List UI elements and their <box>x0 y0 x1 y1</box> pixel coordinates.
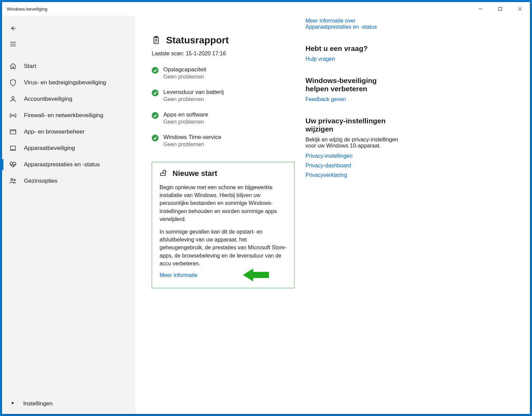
status-item-sub: Geen problemen <box>163 141 221 148</box>
shield-icon <box>9 79 17 87</box>
fresh-start-heading: Nieuwe start <box>173 169 217 178</box>
heart-icon <box>9 161 17 169</box>
family-icon <box>9 177 17 185</box>
svg-rect-22 <box>161 173 165 176</box>
fresh-start-p1: Begin opnieuw met een schone en bijgewer… <box>160 183 287 223</box>
window: Windows-beveiliging <box>2 2 530 414</box>
side-feedback-link[interactable]: Feedback geven <box>305 96 401 102</box>
status-item: Levensduur van batterijGeen problemen <box>152 89 295 102</box>
side-help-link[interactable]: Hulp vragen <box>305 56 401 62</box>
nav-item-home[interactable]: Start <box>2 58 135 74</box>
side-top-link[interactable]: Meer informatie over Apparaatprestaties … <box>305 18 401 30</box>
svg-point-8 <box>12 97 14 99</box>
home-icon <box>9 62 17 70</box>
nav-item-label: Apparaatprestaties en -status <box>24 161 100 168</box>
content: Statusrapport Laatste scan: 15-1-2020 17… <box>152 16 295 404</box>
window-title: Windows-beveiliging <box>7 6 47 12</box>
titlebar: Windows-beveiliging <box>2 2 530 16</box>
status-item: OpslagcapaciteitGeen problemen <box>152 66 295 80</box>
hamburger-icon <box>9 40 17 48</box>
side-privacy-heading: Uw privacy-instellingen wijzigen <box>305 117 401 133</box>
nav-settings[interactable]: Instellingen <box>2 393 135 414</box>
nav-settings-label: Instellingen <box>23 400 53 407</box>
status-item-sub: Geen problemen <box>163 96 224 102</box>
back-arrow-icon <box>9 24 17 32</box>
check-ok-icon <box>152 67 159 74</box>
side-privacy: Uw privacy-instellingen wijzigen Bekijk … <box>305 117 401 178</box>
fresh-start-box: Nieuwe start Begin opnieuw met een schon… <box>152 162 295 288</box>
nav-item-health[interactable]: Apparaatprestaties en -status <box>2 156 135 173</box>
side-feedback: Windows-beveiliging helpen verbeteren Fe… <box>305 77 401 102</box>
status-item-title: Opslagcapaciteit <box>163 66 206 73</box>
status-item-sub: Geen problemen <box>163 74 206 80</box>
nav-item-device[interactable]: Apparaatbeveiliging <box>2 140 135 156</box>
hamburger-button[interactable] <box>2 36 135 52</box>
check-ok-icon <box>152 89 159 96</box>
minimize-icon <box>478 7 482 11</box>
nav-item-firewall[interactable]: Firewall- en netwerkbeveiliging <box>2 107 135 124</box>
svg-rect-10 <box>10 130 16 134</box>
status-item-title: Windows Time-service <box>163 134 221 141</box>
nav-item-label: Accountbeveiliging <box>24 96 72 102</box>
fresh-start-more-link[interactable]: Meer informatie <box>160 272 197 278</box>
nav-item-label: Firewall- en netwerkbeveiliging <box>24 112 103 119</box>
svg-point-14 <box>11 179 13 181</box>
sidebar: StartVirus- en bedreigingsbeveiligingAcc… <box>2 16 135 414</box>
nav-item-account[interactable]: Accountbeveiliging <box>2 91 135 107</box>
back-button[interactable] <box>2 20 135 36</box>
check-ok-icon <box>152 135 159 141</box>
maximize-icon <box>498 7 502 11</box>
side-help: Hebt u een vraag? Hulp vragen <box>305 44 401 62</box>
antenna-icon <box>9 111 17 120</box>
close-icon <box>518 7 522 11</box>
clipboard-icon <box>152 36 161 45</box>
svg-point-15 <box>14 179 15 181</box>
laptop-icon <box>9 144 17 152</box>
privacy-link[interactable]: Privacyverklaring <box>305 172 401 178</box>
status-item-title: Apps en software <box>163 111 208 118</box>
nav-item-app[interactable]: App- en browserbeheer <box>2 124 135 140</box>
fresh-start-heading-row: Nieuwe start <box>160 168 287 179</box>
nav-item-family[interactable]: Gezinsopties <box>2 173 135 189</box>
side-privacy-desc: Bekijk en wijzig de privacy-instellingen… <box>305 137 401 149</box>
svg-marker-23 <box>243 268 269 281</box>
svg-rect-12 <box>11 146 16 150</box>
check-ok-icon <box>152 112 159 119</box>
minimize-button[interactable] <box>470 2 490 16</box>
body: StartVirus- en bedreigingsbeveiligingAcc… <box>2 16 530 414</box>
gear-icon <box>9 399 16 408</box>
nav-item-virus[interactable]: Virus- en bedreigingsbeveiliging <box>2 74 135 91</box>
nav-item-label: Apparaatbeveiliging <box>24 145 75 152</box>
fresh-start-icon <box>160 168 168 179</box>
last-scan: Laatste scan: 15-1-2020 17:16 <box>152 51 295 57</box>
fresh-start-p2: In sommige gevallen kan dit de opstart- … <box>160 228 287 267</box>
maximize-button[interactable] <box>490 2 510 16</box>
app-icon <box>9 128 17 136</box>
close-button[interactable] <box>510 2 530 16</box>
side-help-heading: Hebt u een vraag? <box>305 44 401 53</box>
svg-point-9 <box>13 115 14 116</box>
window-controls <box>470 2 530 16</box>
nav-item-label: Virus- en bedreigingsbeveiliging <box>24 79 106 86</box>
nav-item-label: App- en browserbeheer <box>24 128 85 135</box>
privacy-link[interactable]: Privacy-dashboard <box>305 163 401 169</box>
nav-item-label: Start <box>24 63 36 70</box>
status-item: Windows Time-serviceGeen problemen <box>152 134 295 148</box>
svg-rect-1 <box>499 8 502 11</box>
main: Statusrapport Laatste scan: 15-1-2020 17… <box>135 16 530 414</box>
privacy-link[interactable]: Privacy-instellingen <box>305 153 401 159</box>
status-item-title: Levensduur van batterij <box>163 89 224 96</box>
side-panel: Meer informatie over Apparaatprestaties … <box>305 16 401 404</box>
side-feedback-heading: Windows-beveiliging helpen verbeteren <box>305 77 401 93</box>
status-heading-row: Statusrapport <box>152 35 295 46</box>
nav-item-label: Gezinsopties <box>24 178 57 184</box>
person-icon <box>9 95 17 103</box>
status-item: Apps en softwareGeen problemen <box>152 111 295 125</box>
svg-rect-17 <box>154 37 159 44</box>
annotation-arrow <box>242 266 270 285</box>
status-heading: Statusrapport <box>166 35 229 46</box>
svg-point-16 <box>12 402 14 404</box>
status-item-sub: Geen problemen <box>163 119 208 125</box>
